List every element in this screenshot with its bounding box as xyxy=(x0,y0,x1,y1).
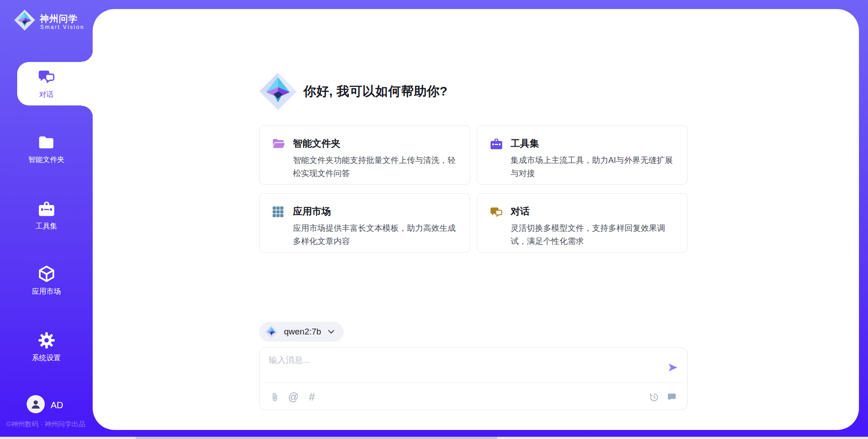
card-title: 智能文件夹 xyxy=(293,137,459,150)
grid-icon xyxy=(272,205,285,219)
card-body: 应用市场 应用市场提供丰富长文本模板，助力高效生成多样化文章内容 xyxy=(293,205,459,252)
card-description: 集成市场上主流工具，助力AI与外界无缝扩展与对接 xyxy=(511,154,677,180)
hash-icon[interactable]: # xyxy=(306,391,318,403)
chat-bubbles-icon xyxy=(38,68,56,86)
greeting-title: 你好, 我可以如何帮助你? xyxy=(303,83,448,100)
sidebar-item-settings[interactable]: 系统设置 xyxy=(0,331,93,363)
chat-square-icon[interactable] xyxy=(666,391,678,403)
brand-subtitle: Smart Vision xyxy=(40,24,85,30)
chat-bubbles-icon xyxy=(490,205,503,219)
user-icon xyxy=(29,397,42,411)
card-body: 工具集 集成市场上主流工具，助力AI与外界无缝扩展与对接 xyxy=(511,137,677,184)
sidebar-item-toolset[interactable]: 工具集 xyxy=(0,200,93,231)
folder-icon xyxy=(38,133,56,151)
app-window: 神州问学 Smart Vision 对话 智能文件夹 工具集 xyxy=(0,0,868,439)
paperclip-icon[interactable] xyxy=(269,391,281,403)
card-description: 灵活切换多模型文件，支持多样回复效果调试，满足个性化需求 xyxy=(511,222,677,248)
sidebar-item-chat[interactable]: 对话 xyxy=(0,68,93,100)
sidebar-item-label: 对话 xyxy=(39,90,54,100)
card-body: 智能文件夹 智能文件夹功能支持批量文件上传与清洗，轻松实现文件问答 xyxy=(293,137,459,184)
greeting-gem-logo-icon xyxy=(259,72,297,110)
sidebar-item-label: 应用市场 xyxy=(32,287,61,296)
gear-icon xyxy=(38,331,56,349)
active-tab-ear-bottom xyxy=(81,105,93,117)
model-selector[interactable]: qwen2:7b xyxy=(259,322,344,342)
history-icon[interactable] xyxy=(648,391,660,403)
card-title: 对话 xyxy=(511,205,677,218)
toolbox-icon xyxy=(490,138,503,151)
message-input[interactable] xyxy=(269,354,653,379)
horizontal-scrollbar-thumb[interactable] xyxy=(136,437,497,439)
card-title: 应用市场 xyxy=(293,205,459,218)
horizontal-scrollbar-track xyxy=(0,437,868,439)
card-description: 应用市场提供丰富长文本模板，助力高效生成多样化文章内容 xyxy=(293,222,459,248)
gem-logo-icon xyxy=(265,325,278,339)
cube-icon xyxy=(38,265,56,283)
active-tab-ear-top xyxy=(81,50,93,62)
send-icon[interactable] xyxy=(667,362,679,373)
card-toolset[interactable]: 工具集 集成市场上主流工具，助力AI与外界无缝扩展与对接 xyxy=(477,125,688,185)
copyright-footer: ©神州数码 · 神州问学出品 xyxy=(6,420,97,429)
toolbox-icon xyxy=(38,200,56,218)
greeting: 你好, 我可以如何帮助你? xyxy=(259,72,448,110)
card-description: 智能文件夹功能支持批量文件上传与清洗，轻松实现文件问答 xyxy=(293,154,459,180)
chevron-down-icon xyxy=(328,329,335,334)
sidebar-item-label: 工具集 xyxy=(36,222,57,231)
sidebar-item-smart-folder[interactable]: 智能文件夹 xyxy=(0,133,93,165)
composer-divider xyxy=(264,382,683,383)
brand-gem-logo-icon xyxy=(14,10,35,31)
avatar[interactable] xyxy=(27,395,45,413)
composer-toolbar: @ # xyxy=(269,388,678,406)
card-smart-folder[interactable]: 智能文件夹 智能文件夹功能支持批量文件上传与清洗，轻松实现文件问答 xyxy=(259,125,470,185)
folder-open-icon xyxy=(272,138,285,151)
sidebar-item-label: 系统设置 xyxy=(32,353,61,363)
at-icon[interactable]: @ xyxy=(288,391,299,403)
message-composer: @ # xyxy=(259,348,688,410)
card-title: 工具集 xyxy=(511,137,677,150)
model-name: qwen2:7b xyxy=(284,327,321,337)
card-body: 对话 灵活切换多模型文件，支持多样回复效果调试，满足个性化需求 xyxy=(511,205,677,252)
card-app-market[interactable]: 应用市场 应用市场提供丰富长文本模板，助力高效生成多样化文章内容 xyxy=(259,193,470,253)
brand-name: 神州问学 xyxy=(40,13,78,25)
user-name: AD xyxy=(51,400,63,410)
shortcut-cards: 智能文件夹 智能文件夹功能支持批量文件上传与清洗，轻松实现文件问答 工具集 集成… xyxy=(259,125,688,253)
composer-toolbar-right xyxy=(648,391,678,403)
sidebar-item-label: 智能文件夹 xyxy=(28,155,65,165)
card-chat[interactable]: 对话 灵活切换多模型文件，支持多样回复效果调试，满足个性化需求 xyxy=(477,193,688,253)
sidebar-item-app-market[interactable]: 应用市场 xyxy=(0,265,93,296)
